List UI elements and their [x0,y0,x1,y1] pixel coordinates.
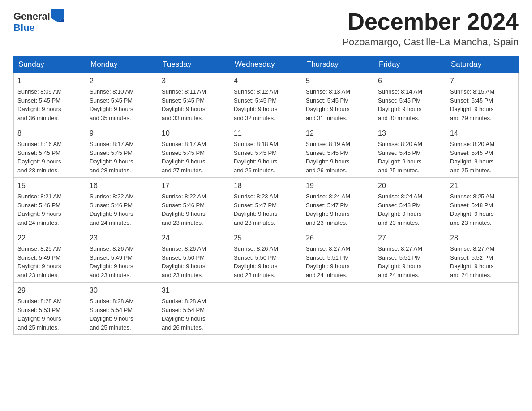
day-number: 18 [234,180,298,191]
sunrise-info: Sunrise: 8:26 AMSunset: 5:50 PMDaylight:… [162,245,206,278]
sunrise-info: Sunrise: 8:11 AMSunset: 5:45 PMDaylight:… [162,88,206,121]
day-number: 10 [162,128,226,139]
day-number: 1 [17,76,82,86]
calendar-week-row: 1Sunrise: 8:09 AMSunset: 5:45 PMDaylight… [14,73,519,125]
calendar-title: December 2024 [342,9,519,34]
table-row: 12Sunrise: 8:19 AMSunset: 5:45 PMDayligh… [302,125,374,178]
day-number: 17 [162,180,226,191]
day-number: 26 [306,233,370,244]
sunrise-info: Sunrise: 8:17 AMSunset: 5:45 PMDaylight:… [162,141,206,174]
sunrise-info: Sunrise: 8:16 AMSunset: 5:45 PMDaylight:… [17,141,62,174]
table-row: 22Sunrise: 8:25 AMSunset: 5:49 PMDayligh… [14,230,86,283]
day-number: 28 [450,233,515,244]
day-number: 3 [162,76,226,86]
col-wednesday: Wednesday [230,56,302,73]
calendar-week-row: 22Sunrise: 8:25 AMSunset: 5:49 PMDayligh… [14,230,519,283]
table-row: 25Sunrise: 8:26 AMSunset: 5:50 PMDayligh… [230,230,302,283]
table-row: 18Sunrise: 8:23 AMSunset: 5:47 PMDayligh… [230,178,302,230]
day-number: 6 [378,76,442,86]
sunrise-info: Sunrise: 8:27 AMSunset: 5:52 PMDaylight:… [450,245,494,278]
table-row: 7Sunrise: 8:15 AMSunset: 5:45 PMDaylight… [446,73,519,125]
day-number: 27 [378,233,442,244]
day-number: 29 [17,285,82,296]
table-row [230,283,302,335]
day-number: 4 [234,76,298,86]
table-row [302,283,374,335]
col-thursday: Thursday [302,56,374,73]
sunrise-info: Sunrise: 8:27 AMSunset: 5:51 PMDaylight:… [306,245,350,278]
day-number: 30 [90,285,154,296]
day-number: 22 [17,233,82,244]
day-number: 31 [162,285,226,296]
col-sunday: Sunday [14,56,86,73]
sunrise-info: Sunrise: 8:27 AMSunset: 5:51 PMDaylight:… [378,245,422,278]
sunrise-info: Sunrise: 8:14 AMSunset: 5:45 PMDaylight:… [378,88,422,121]
day-number: 24 [162,233,226,244]
table-row: 30Sunrise: 8:28 AMSunset: 5:54 PMDayligh… [86,283,158,335]
day-number: 12 [306,128,370,139]
table-row: 11Sunrise: 8:18 AMSunset: 5:45 PMDayligh… [230,125,302,178]
sunrise-info: Sunrise: 8:15 AMSunset: 5:45 PMDaylight:… [450,88,494,121]
day-number: 7 [450,76,515,86]
logo-general: General [13,11,50,22]
table-row: 31Sunrise: 8:28 AMSunset: 5:54 PMDayligh… [158,283,230,335]
table-row: 20Sunrise: 8:24 AMSunset: 5:48 PMDayligh… [374,178,446,230]
sunrise-info: Sunrise: 8:09 AMSunset: 5:45 PMDaylight:… [17,88,62,121]
day-number: 14 [450,128,515,139]
day-number: 25 [234,233,298,244]
sunrise-info: Sunrise: 8:13 AMSunset: 5:45 PMDaylight:… [306,88,350,121]
table-row: 8Sunrise: 8:16 AMSunset: 5:45 PMDaylight… [14,125,86,178]
table-row [446,283,519,335]
table-row: 23Sunrise: 8:26 AMSunset: 5:49 PMDayligh… [86,230,158,283]
table-row: 4Sunrise: 8:12 AMSunset: 5:45 PMDaylight… [230,73,302,125]
col-saturday: Saturday [446,56,519,73]
sunrise-info: Sunrise: 8:28 AMSunset: 5:54 PMDaylight:… [90,298,134,331]
calendar-week-row: 15Sunrise: 8:21 AMSunset: 5:46 PMDayligh… [14,178,519,230]
col-tuesday: Tuesday [158,56,230,73]
col-monday: Monday [86,56,158,73]
day-number: 20 [378,180,442,191]
calendar-subtitle: Pozoamargo, Castille-La Mancha, Spain [342,36,519,48]
table-row: 1Sunrise: 8:09 AMSunset: 5:45 PMDaylight… [14,73,86,125]
table-row: 5Sunrise: 8:13 AMSunset: 5:45 PMDaylight… [302,73,374,125]
day-number: 11 [234,128,298,139]
sunrise-info: Sunrise: 8:24 AMSunset: 5:47 PMDaylight:… [306,193,350,226]
sunrise-info: Sunrise: 8:23 AMSunset: 5:47 PMDaylight:… [234,193,278,226]
logo-blue: Blue [13,22,64,33]
day-number: 19 [306,180,370,191]
sunrise-info: Sunrise: 8:22 AMSunset: 5:46 PMDaylight:… [90,193,134,226]
day-number: 13 [378,128,442,139]
title-block: December 2024 Pozoamargo, Castille-La Ma… [342,9,519,48]
sunrise-info: Sunrise: 8:17 AMSunset: 5:45 PMDaylight:… [90,141,134,174]
sunrise-info: Sunrise: 8:18 AMSunset: 5:45 PMDaylight:… [234,141,278,174]
sunrise-info: Sunrise: 8:26 AMSunset: 5:50 PMDaylight:… [234,245,278,278]
sunrise-info: Sunrise: 8:24 AMSunset: 5:48 PMDaylight:… [378,193,422,226]
sunrise-info: Sunrise: 8:19 AMSunset: 5:45 PMDaylight:… [306,141,350,174]
table-row: 27Sunrise: 8:27 AMSunset: 5:51 PMDayligh… [374,230,446,283]
day-number: 21 [450,180,515,191]
sunrise-info: Sunrise: 8:21 AMSunset: 5:46 PMDaylight:… [17,193,62,226]
table-row: 26Sunrise: 8:27 AMSunset: 5:51 PMDayligh… [302,230,374,283]
day-number: 15 [17,180,82,191]
day-number: 9 [90,128,154,139]
table-row: 6Sunrise: 8:14 AMSunset: 5:45 PMDaylight… [374,73,446,125]
calendar-week-row: 8Sunrise: 8:16 AMSunset: 5:45 PMDaylight… [14,125,519,178]
day-number: 5 [306,76,370,86]
sunrise-info: Sunrise: 8:28 AMSunset: 5:53 PMDaylight:… [17,298,62,331]
day-number: 2 [90,76,154,86]
day-number: 23 [90,233,154,244]
sunrise-info: Sunrise: 8:22 AMSunset: 5:46 PMDaylight:… [162,193,206,226]
sunrise-info: Sunrise: 8:26 AMSunset: 5:49 PMDaylight:… [90,245,134,278]
sunrise-info: Sunrise: 8:28 AMSunset: 5:54 PMDaylight:… [162,298,206,331]
table-row: 13Sunrise: 8:20 AMSunset: 5:45 PMDayligh… [374,125,446,178]
logo-icon [51,9,64,22]
sunrise-info: Sunrise: 8:20 AMSunset: 5:45 PMDaylight:… [378,141,422,174]
sunrise-info: Sunrise: 8:10 AMSunset: 5:45 PMDaylight:… [90,88,134,121]
sunrise-info: Sunrise: 8:12 AMSunset: 5:45 PMDaylight:… [234,88,278,121]
table-row: 9Sunrise: 8:17 AMSunset: 5:45 PMDaylight… [86,125,158,178]
table-row: 19Sunrise: 8:24 AMSunset: 5:47 PMDayligh… [302,178,374,230]
table-row: 17Sunrise: 8:22 AMSunset: 5:46 PMDayligh… [158,178,230,230]
table-row: 14Sunrise: 8:20 AMSunset: 5:45 PMDayligh… [446,125,519,178]
header: General Blue December 2024 Pozoamargo, C… [13,9,519,48]
day-number: 16 [90,180,154,191]
